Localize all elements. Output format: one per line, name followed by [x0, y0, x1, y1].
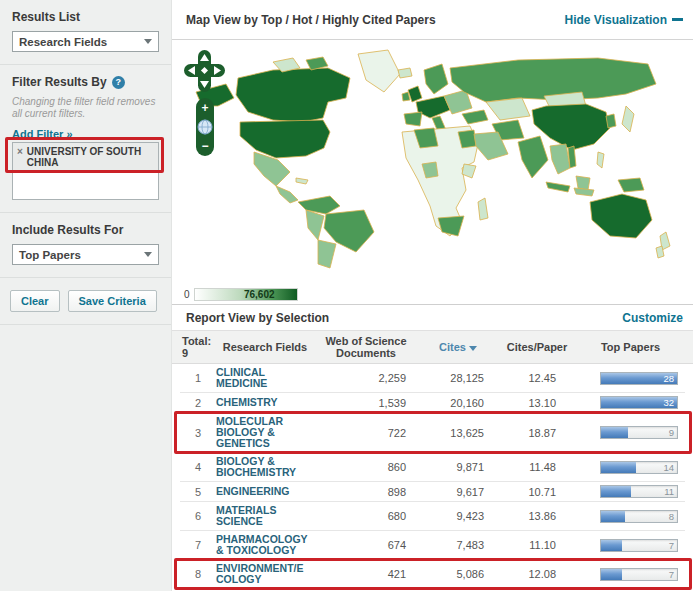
cites-per-paper-value: 11.48: [498, 461, 576, 473]
map-visualization[interactable]: + −: [172, 40, 693, 284]
cites-per-paper-value: 13.10: [498, 397, 576, 409]
column-top-papers: Top Papers: [576, 341, 685, 353]
table-row: 1CLINICAL MEDICINE2,25928,12512.4528: [180, 364, 685, 393]
cites-value: 9,423: [418, 510, 498, 522]
map-title: Map View by Top / Hot / Highly Cited Pap…: [186, 13, 436, 27]
top-papers-bar-fill: [601, 462, 636, 473]
top-papers-bar: 7: [600, 539, 678, 552]
top-papers-value: 32: [663, 397, 674, 409]
filter-heading: Filter Results By ?: [12, 75, 159, 89]
table-row: 7PHARMACOLOGY & TOXICOLOGY6747,48311.107: [180, 531, 685, 560]
top-papers-bar-fill: [601, 427, 628, 438]
include-results-heading: Include Results For: [12, 223, 159, 237]
wos-documents-value: 722: [314, 427, 418, 439]
map-header: Map View by Top / Hot / Highly Cited Pap…: [172, 0, 693, 40]
cites-per-paper-value: 11.10: [498, 539, 576, 551]
row-rank: 4: [180, 461, 216, 473]
results-list-dropdown[interactable]: Research Fields: [12, 31, 159, 52]
cites-per-paper-value: 12.08: [498, 568, 576, 580]
report-header: Report View by Selection Customize: [172, 305, 693, 331]
filter-heading-label: Filter Results By: [12, 75, 107, 89]
top-papers-cell: 14: [576, 461, 685, 474]
research-field-link[interactable]: CHEMISTRY: [216, 397, 314, 408]
top-papers-bar: 9: [600, 426, 678, 439]
top-papers-value: 11: [664, 486, 674, 498]
cites-sort-link[interactable]: Cites: [439, 341, 466, 353]
top-papers-bar: 8: [600, 510, 678, 523]
wos-documents-value: 1,539: [314, 397, 418, 409]
top-papers-bar: 11: [600, 485, 678, 498]
research-field-link[interactable]: CLINICAL MEDICINE: [216, 367, 314, 389]
top-papers-bar-fill: [601, 486, 631, 497]
wos-documents-value: 680: [314, 510, 418, 522]
zoom-control: + −: [196, 98, 214, 156]
table-row: 5ENGINEERING8989,61710.7111: [180, 482, 685, 502]
top-papers-value: 14: [663, 462, 674, 474]
row-rank: 6: [180, 510, 216, 522]
help-icon[interactable]: ?: [112, 76, 125, 89]
include-results-section: Include Results For Top Papers: [0, 213, 171, 278]
report-title: Report View by Selection: [186, 311, 329, 325]
top-papers-cell: 7: [576, 539, 685, 552]
cites-value: 20,160: [418, 397, 498, 409]
top-papers-bar-fill: [601, 569, 622, 580]
research-field-link[interactable]: MATERIALS SCIENCE: [216, 505, 314, 527]
row-rank: 1: [180, 372, 216, 384]
zoom-out-button: −: [201, 139, 208, 153]
cites-value: 13,625: [418, 427, 498, 439]
cites-per-paper-value: 13.86: [498, 510, 576, 522]
save-criteria-button[interactable]: Save Criteria: [68, 290, 157, 312]
cites-value: 9,871: [418, 461, 498, 473]
include-results-dropdown[interactable]: Top Papers: [12, 244, 159, 265]
top-papers-cell: 11: [576, 485, 685, 498]
results-list-heading: Results List: [12, 10, 159, 24]
add-filter-link[interactable]: Add Filter »: [12, 128, 73, 140]
research-field-link[interactable]: ENVIRONMENT/ECOLOGY: [216, 563, 314, 585]
remove-filter-icon[interactable]: ×: [17, 146, 23, 168]
top-papers-value: 9: [669, 427, 674, 439]
filter-item[interactable]: × UNIVERSITY OF SOUTH CHINA: [13, 143, 158, 172]
wos-documents-value: 898: [314, 486, 418, 498]
wos-documents-value: 860: [314, 461, 418, 473]
results-list-section: Results List Research Fields: [0, 0, 171, 65]
filter-section: Filter Results By ? Changing the filter …: [0, 65, 171, 213]
hide-visualization-link[interactable]: Hide Visualization: [565, 13, 683, 27]
pan-control: [184, 50, 225, 92]
sort-arrow-icon: [469, 346, 477, 351]
minus-icon: [672, 18, 683, 21]
column-cites[interactable]: Cites: [418, 341, 498, 353]
top-papers-cell: 9: [576, 426, 685, 439]
cites-value: 28,125: [418, 372, 498, 384]
chevron-down-icon: [144, 252, 152, 257]
results-list-dropdown-value: Research Fields: [19, 36, 107, 48]
row-rank: 7: [180, 539, 216, 551]
research-field-link[interactable]: PHARMACOLOGY & TOXICOLOGY: [216, 534, 314, 556]
wos-documents-value: 421: [314, 568, 418, 580]
research-field-link[interactable]: ENGINEERING: [216, 486, 314, 497]
cites-per-paper-value: 18.87: [498, 427, 576, 439]
clear-button[interactable]: Clear: [10, 290, 60, 312]
top-papers-value: 8: [669, 511, 674, 523]
column-cites-per-paper: Cites/Paper: [498, 341, 576, 353]
legend-max-label: 76,602: [244, 289, 275, 301]
row-rank: 5: [180, 486, 216, 498]
table-row: 3MOLECULAR BIOLOGY & GENETICS72213,62518…: [180, 413, 685, 453]
research-field-link[interactable]: BIOLOGY & BIOCHEMISTRY: [216, 456, 314, 478]
customize-link[interactable]: Customize: [622, 311, 683, 325]
wos-documents-value: 674: [314, 539, 418, 551]
legend-gradient-bar: 76,602: [194, 288, 298, 301]
legend-min-label: 0: [184, 289, 190, 300]
table-row: 8ENVIRONMENT/ECOLOGY4215,08612.087: [180, 560, 685, 589]
research-field-link[interactable]: MOLECULAR BIOLOGY & GENETICS: [216, 416, 314, 449]
filter-note: Changing the filter field removes all cu…: [12, 96, 159, 120]
hide-visualization-label: Hide Visualization: [565, 13, 667, 27]
table-row: 2CHEMISTRY1,53920,16013.1032: [180, 393, 685, 413]
chevron-down-icon: [144, 39, 152, 44]
sidebar: Results List Research Fields Filter Resu…: [0, 0, 172, 591]
map-legend: 0 76,602: [172, 284, 693, 304]
total-cell: Total: 9: [180, 335, 216, 359]
world-choropleth-map[interactable]: [178, 40, 691, 278]
cites-per-paper-value: 10.71: [498, 486, 576, 498]
top-papers-bar: 28: [600, 372, 678, 385]
report-section: Report View by Selection Customize Total…: [172, 304, 693, 591]
